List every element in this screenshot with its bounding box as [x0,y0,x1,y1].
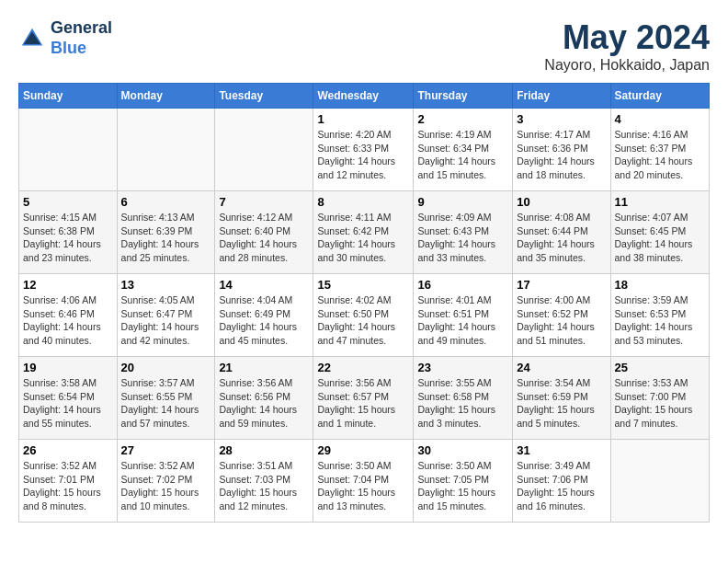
day-number: 11 [615,195,705,209]
week-row-5: 26Sunrise: 3:52 AM Sunset: 7:01 PM Dayli… [19,440,710,523]
logo-line1: General [51,18,112,39]
page-header: General Blue May 2024 Nayoro, Hokkaido, … [18,18,710,74]
day-info: Sunrise: 4:11 AM Sunset: 6:42 PM Dayligh… [317,211,409,265]
calendar-cell: 25Sunrise: 3:53 AM Sunset: 7:00 PM Dayli… [610,357,709,440]
week-row-1: 1Sunrise: 4:20 AM Sunset: 6:33 PM Daylig… [19,109,710,191]
calendar-header: SundayMondayTuesdayWednesdayThursdayFrid… [19,84,710,109]
day-info: Sunrise: 4:19 AM Sunset: 6:34 PM Dayligh… [417,128,508,182]
day-number: 26 [23,443,113,457]
day-number: 8 [317,195,409,209]
day-info: Sunrise: 3:51 AM Sunset: 7:03 PM Dayligh… [219,459,309,513]
weekday-header-monday: Monday [117,84,215,109]
day-number: 13 [121,278,211,292]
calendar-cell: 1Sunrise: 4:20 AM Sunset: 6:33 PM Daylig… [313,109,414,191]
day-number: 27 [121,443,211,457]
calendar-cell: 24Sunrise: 3:54 AM Sunset: 6:59 PM Dayli… [513,357,610,440]
week-row-4: 19Sunrise: 3:58 AM Sunset: 6:54 PM Dayli… [19,357,710,440]
day-info: Sunrise: 3:58 AM Sunset: 6:54 PM Dayligh… [23,376,113,431]
day-info: Sunrise: 4:15 AM Sunset: 6:38 PM Dayligh… [23,211,113,265]
weekday-row: SundayMondayTuesdayWednesdayThursdayFrid… [19,84,710,109]
calendar-cell: 29Sunrise: 3:50 AM Sunset: 7:04 PM Dayli… [313,440,414,523]
day-number: 29 [317,443,409,457]
calendar-cell: 5Sunrise: 4:15 AM Sunset: 6:38 PM Daylig… [19,191,118,274]
day-info: Sunrise: 4:06 AM Sunset: 6:46 PM Dayligh… [23,293,113,348]
day-number: 30 [417,443,508,457]
day-number: 17 [517,278,606,292]
day-info: Sunrise: 3:56 AM Sunset: 6:57 PM Dayligh… [317,376,409,431]
day-info: Sunrise: 3:50 AM Sunset: 7:04 PM Dayligh… [317,459,409,513]
day-info: Sunrise: 3:50 AM Sunset: 7:05 PM Dayligh… [417,459,508,513]
day-number: 10 [517,195,606,209]
logo: General Blue [18,18,112,58]
calendar-cell: 15Sunrise: 4:02 AM Sunset: 6:50 PM Dayli… [313,274,414,357]
calendar-cell: 8Sunrise: 4:11 AM Sunset: 6:42 PM Daylig… [313,191,414,274]
day-number: 14 [219,278,309,292]
calendar-cell: 6Sunrise: 4:13 AM Sunset: 6:39 PM Daylig… [117,191,215,274]
title-section: May 2024 Nayoro, Hokkaido, Japan [544,18,710,74]
calendar-cell: 20Sunrise: 3:57 AM Sunset: 6:55 PM Dayli… [117,357,215,440]
day-info: Sunrise: 3:52 AM Sunset: 7:01 PM Dayligh… [23,459,113,513]
day-number: 5 [23,195,113,209]
calendar-cell: 7Sunrise: 4:12 AM Sunset: 6:40 PM Daylig… [215,191,313,274]
day-info: Sunrise: 4:00 AM Sunset: 6:52 PM Dayligh… [517,293,606,348]
day-info: Sunrise: 3:55 AM Sunset: 6:58 PM Dayligh… [417,376,508,431]
day-info: Sunrise: 3:53 AM Sunset: 7:00 PM Dayligh… [615,376,705,431]
weekday-header-tuesday: Tuesday [215,84,313,109]
day-number: 20 [121,361,211,374]
day-number: 2 [417,112,508,126]
day-number: 28 [219,443,309,457]
calendar-cell: 13Sunrise: 4:05 AM Sunset: 6:47 PM Dayli… [117,274,215,357]
calendar-cell: 14Sunrise: 4:04 AM Sunset: 6:49 PM Dayli… [215,274,313,357]
day-number: 31 [517,443,606,457]
day-number: 25 [615,361,705,374]
weekday-header-wednesday: Wednesday [313,84,414,109]
day-info: Sunrise: 4:20 AM Sunset: 6:33 PM Dayligh… [317,128,409,182]
calendar-cell [117,109,215,191]
calendar-cell: 16Sunrise: 4:01 AM Sunset: 6:51 PM Dayli… [414,274,513,357]
week-row-3: 12Sunrise: 4:06 AM Sunset: 6:46 PM Dayli… [19,274,710,357]
calendar-cell: 9Sunrise: 4:09 AM Sunset: 6:43 PM Daylig… [414,191,513,274]
calendar-cell [215,109,313,191]
day-number: 9 [417,195,508,209]
day-info: Sunrise: 4:01 AM Sunset: 6:51 PM Dayligh… [417,293,508,348]
weekday-header-thursday: Thursday [414,84,513,109]
day-info: Sunrise: 4:08 AM Sunset: 6:44 PM Dayligh… [517,211,606,265]
calendar-cell: 30Sunrise: 3:50 AM Sunset: 7:05 PM Dayli… [414,440,513,523]
month-title: May 2024 [544,18,710,57]
day-info: Sunrise: 3:57 AM Sunset: 6:55 PM Dayligh… [121,376,211,431]
calendar-cell: 23Sunrise: 3:55 AM Sunset: 6:58 PM Dayli… [414,357,513,440]
day-info: Sunrise: 3:56 AM Sunset: 6:56 PM Dayligh… [219,376,309,431]
day-info: Sunrise: 4:02 AM Sunset: 6:50 PM Dayligh… [317,293,409,348]
day-info: Sunrise: 4:12 AM Sunset: 6:40 PM Dayligh… [219,211,309,265]
calendar-cell: 22Sunrise: 3:56 AM Sunset: 6:57 PM Dayli… [313,357,414,440]
day-number: 6 [121,195,211,209]
day-info: Sunrise: 4:13 AM Sunset: 6:39 PM Dayligh… [121,211,211,265]
day-info: Sunrise: 3:54 AM Sunset: 6:59 PM Dayligh… [517,376,606,431]
day-info: Sunrise: 3:59 AM Sunset: 6:53 PM Dayligh… [615,293,705,348]
calendar-cell [610,440,709,523]
day-info: Sunrise: 3:52 AM Sunset: 7:02 PM Dayligh… [121,459,211,513]
day-number: 22 [317,361,409,374]
logo-line2: Blue [51,39,112,59]
day-number: 19 [23,361,113,374]
day-number: 4 [615,112,705,126]
day-info: Sunrise: 4:04 AM Sunset: 6:49 PM Dayligh… [219,293,309,348]
day-number: 12 [23,278,113,292]
calendar-cell: 19Sunrise: 3:58 AM Sunset: 6:54 PM Dayli… [19,357,118,440]
calendar-cell: 3Sunrise: 4:17 AM Sunset: 6:36 PM Daylig… [513,109,610,191]
calendar-cell: 10Sunrise: 4:08 AM Sunset: 6:44 PM Dayli… [513,191,610,274]
day-info: Sunrise: 4:09 AM Sunset: 6:43 PM Dayligh… [417,211,508,265]
day-number: 7 [219,195,309,209]
calendar-cell: 18Sunrise: 3:59 AM Sunset: 6:53 PM Dayli… [610,274,709,357]
calendar-cell: 12Sunrise: 4:06 AM Sunset: 6:46 PM Dayli… [19,274,118,357]
day-number: 24 [517,361,606,374]
calendar-body: 1Sunrise: 4:20 AM Sunset: 6:33 PM Daylig… [19,109,710,523]
day-info: Sunrise: 4:07 AM Sunset: 6:45 PM Dayligh… [615,211,705,265]
day-number: 15 [317,278,409,292]
calendar-cell: 2Sunrise: 4:19 AM Sunset: 6:34 PM Daylig… [414,109,513,191]
day-number: 16 [417,278,508,292]
calendar-cell: 17Sunrise: 4:00 AM Sunset: 6:52 PM Dayli… [513,274,610,357]
calendar-cell: 4Sunrise: 4:16 AM Sunset: 6:37 PM Daylig… [610,109,709,191]
week-row-2: 5Sunrise: 4:15 AM Sunset: 6:38 PM Daylig… [19,191,710,274]
day-number: 18 [615,278,705,292]
